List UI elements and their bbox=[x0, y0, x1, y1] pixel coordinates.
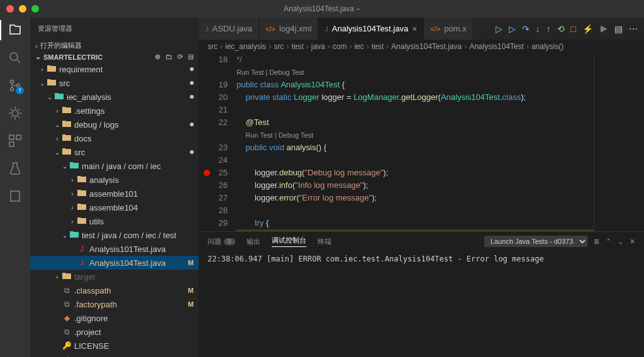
new-file-icon[interactable]: ⊕ bbox=[155, 53, 160, 61]
sidebar: 资源管理器 › 打开的编辑器 ⌄ SMARTELECTRIC ⊕ 🗀 ⟳ ⊟ ›… bbox=[30, 18, 199, 357]
open-editors-section[interactable]: › 打开的编辑器 bbox=[30, 40, 199, 52]
toolbar-icon[interactable]: ↓ bbox=[536, 24, 540, 34]
svg-point-0 bbox=[10, 53, 18, 60]
toolbar-icon[interactable]: ▷ bbox=[509, 24, 516, 34]
debug-icon[interactable] bbox=[8, 106, 23, 121]
tree-item[interactable]: 🔑LICENSE bbox=[30, 339, 199, 353]
tree-item[interactable]: ⌄test / java / com / iec / test bbox=[30, 228, 199, 242]
tree-item[interactable]: ›analysis bbox=[30, 173, 199, 187]
editor-tab[interactable]: </>pom.x bbox=[424, 18, 473, 40]
tree-item[interactable]: ⧉.factorypathM bbox=[30, 297, 199, 311]
chevron-up-icon[interactable]: ⌃ bbox=[606, 238, 611, 246]
tree-item[interactable]: ⌄src bbox=[30, 145, 199, 159]
tree-item[interactable]: ⌄main / java / com / iec bbox=[30, 159, 199, 173]
maximize-window-icon[interactable] bbox=[31, 5, 39, 13]
tree-item[interactable]: ◆.gitignore bbox=[30, 311, 199, 325]
svg-rect-6 bbox=[16, 135, 21, 140]
sidebar-header: 资源管理器 bbox=[30, 18, 199, 40]
tree-item[interactable]: ›.settings bbox=[30, 104, 199, 118]
tab-terminal[interactable]: 终端 bbox=[318, 237, 331, 246]
tree-item[interactable]: ›docs bbox=[30, 131, 199, 145]
tree-item[interactable]: ⧉.project bbox=[30, 325, 199, 339]
toolbar-icon[interactable]: ↑ bbox=[547, 24, 551, 34]
breadcrumb-item[interactable]: analysis() bbox=[531, 42, 564, 51]
editor-area: JASDU.java</>log4j.xmlJAnalysis104Test.j… bbox=[199, 18, 644, 357]
editor-tabs: JASDU.java</>log4j.xmlJAnalysis104Test.j… bbox=[199, 18, 644, 40]
tree-item[interactable]: </>log4j.xmlU bbox=[30, 353, 199, 357]
toolbar-icon[interactable]: ▷ bbox=[496, 24, 502, 34]
tree-item[interactable]: ›assemble101 bbox=[30, 187, 199, 200]
file-tree: ›requirement⌄src⌄iec_analysis›.settings⌄… bbox=[30, 62, 199, 357]
toolbar-icon[interactable]: ⋯ bbox=[629, 24, 638, 34]
breadcrumb-item[interactable]: Analysis104Test bbox=[469, 42, 524, 51]
breadcrumb-item[interactable]: iec_analysis bbox=[225, 42, 266, 51]
new-folder-icon[interactable]: 🗀 bbox=[165, 53, 172, 61]
activity-bar: 7 bbox=[0, 18, 30, 357]
collapse-icon[interactable]: ⊟ bbox=[188, 53, 194, 61]
search-icon[interactable] bbox=[8, 50, 23, 65]
panel-tabs: 问题9 输出 调试控制台 终端 Launch Java Tests - d037… bbox=[199, 232, 644, 251]
svg-point-2 bbox=[11, 88, 14, 91]
bookmark-icon[interactable] bbox=[8, 189, 23, 204]
svg-point-1 bbox=[11, 80, 14, 84]
tab-problems[interactable]: 问题9 bbox=[208, 237, 235, 246]
tree-item[interactable]: JAnalysis104Test.javaM bbox=[30, 256, 199, 270]
refresh-icon[interactable]: ⟳ bbox=[177, 53, 183, 61]
svg-point-4 bbox=[12, 110, 18, 116]
test-icon[interactable] bbox=[8, 161, 23, 176]
breadcrumb-item[interactable]: Analysis104Test.java bbox=[391, 42, 462, 51]
gutter: 18192021222324252627282930▷8485 bbox=[199, 53, 236, 231]
tab-debug-console[interactable]: 调试控制台 bbox=[272, 236, 306, 247]
sidebar-title: 资源管理器 bbox=[38, 24, 72, 33]
debug-toolbar: ▷▷↷↓↑⟲□⚡⫸▤⋯ bbox=[489, 18, 644, 40]
tree-item[interactable]: ⌄debug / logs bbox=[30, 118, 199, 131]
breadcrumb-item[interactable]: test bbox=[291, 42, 303, 51]
chevron-down-icon[interactable]: ⌄ bbox=[618, 238, 623, 246]
toolbar-icon[interactable]: ↷ bbox=[522, 24, 530, 34]
minimap[interactable] bbox=[594, 53, 644, 231]
editor-tab[interactable]: JAnalysis104Test.java× bbox=[318, 18, 424, 40]
tree-item[interactable]: JAnalysis101Test.java bbox=[30, 242, 199, 256]
close-panel-icon[interactable]: ✕ bbox=[630, 238, 635, 246]
filter-icon[interactable]: ≣ bbox=[594, 238, 599, 246]
tree-item[interactable]: ›target bbox=[30, 270, 199, 283]
tree-item[interactable]: ⌄src bbox=[30, 76, 199, 90]
extensions-icon[interactable] bbox=[8, 133, 23, 148]
close-window-icon[interactable] bbox=[6, 5, 14, 13]
tree-item[interactable]: ›utils bbox=[30, 214, 199, 228]
launch-config-select[interactable]: Launch Java Tests - d0373 bbox=[484, 236, 587, 247]
toolbar-icon[interactable]: ⚡ bbox=[582, 24, 593, 34]
breadcrumb-item[interactable]: src bbox=[208, 42, 218, 51]
tree-item[interactable]: ›assemble104 bbox=[30, 200, 199, 214]
titlebar: Analysis104Test.java – bbox=[0, 0, 644, 18]
console-output[interactable]: 22:38:06.947 [main] ERROR com.iec.test.A… bbox=[199, 251, 644, 357]
minimize-window-icon[interactable] bbox=[19, 5, 26, 13]
svg-rect-8 bbox=[11, 191, 19, 201]
close-tab-icon[interactable]: × bbox=[412, 24, 417, 34]
source-control-icon[interactable]: 7 bbox=[8, 78, 23, 93]
bottom-panel: 问题9 输出 调试控制台 终端 Launch Java Tests - d037… bbox=[199, 231, 644, 357]
toolbar-icon[interactable]: ⫸ bbox=[599, 24, 608, 34]
tree-item[interactable]: ⌄iec_analysis bbox=[30, 90, 199, 104]
explorer-icon[interactable] bbox=[8, 23, 23, 38]
breadcrumb-item[interactable]: com bbox=[333, 42, 347, 51]
breadcrumb-item[interactable]: java bbox=[311, 42, 325, 51]
window-title: Analysis104Test.java – bbox=[284, 4, 360, 13]
tree-item[interactable]: ⧉.classpathM bbox=[30, 283, 199, 297]
tree-item[interactable]: ›requirement bbox=[30, 62, 199, 76]
traffic-lights bbox=[0, 5, 39, 13]
toolbar-icon[interactable]: ⟲ bbox=[557, 24, 565, 34]
tab-output[interactable]: 输出 bbox=[247, 237, 260, 246]
editor-tab[interactable]: JASDU.java bbox=[199, 18, 259, 40]
workspace-section[interactable]: ⌄ SMARTELECTRIC ⊕ 🗀 ⟳ ⊟ bbox=[30, 52, 199, 62]
breadcrumb-item[interactable]: test bbox=[372, 42, 384, 51]
code-content[interactable]: */Run Test | Debug Testpublic class Anal… bbox=[236, 53, 594, 231]
breadcrumb-item[interactable]: src bbox=[274, 42, 284, 51]
breadcrumb-item[interactable]: iec bbox=[354, 42, 364, 51]
breadcrumb[interactable]: src›iec_analysis›src›test›java›com›iec›t… bbox=[199, 40, 644, 53]
code-editor[interactable]: 18192021222324252627282930▷8485 */Run Te… bbox=[199, 53, 644, 231]
svg-rect-5 bbox=[9, 135, 14, 140]
editor-tab[interactable]: </>log4j.xml bbox=[259, 18, 318, 40]
toolbar-icon[interactable]: ▤ bbox=[614, 24, 623, 34]
toolbar-icon[interactable]: □ bbox=[571, 24, 576, 34]
